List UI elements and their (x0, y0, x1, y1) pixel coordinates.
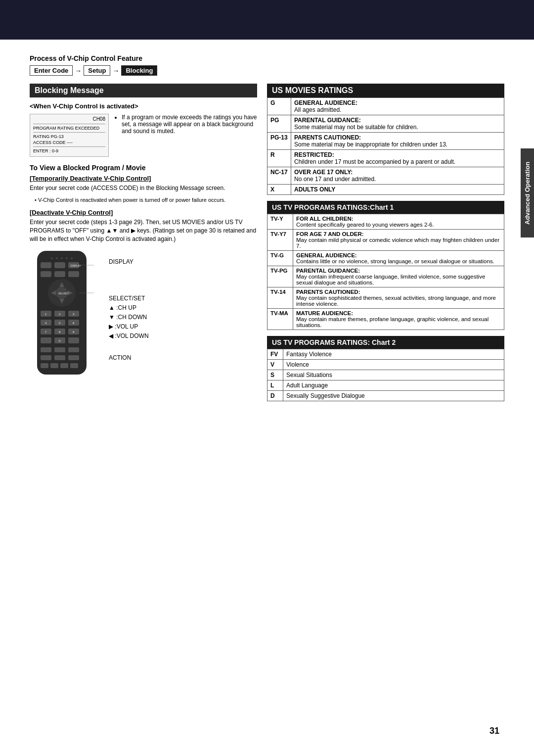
movie-rating-text: Children under 17 must be accompanied by… (294, 158, 455, 165)
us-movies-table: G GENERAL AUDIENCE: All ages admitted. P… (267, 97, 504, 195)
tv-rating-code: TV-MA (267, 309, 293, 330)
temp-deactivate-text: Enter your secret code (ACCESS CODE) in … (30, 184, 257, 192)
tv-rating-text: May contain sophisticated themes, sexual… (296, 295, 496, 307)
btn-tape3 (60, 363, 68, 368)
page-header (0, 0, 534, 40)
movie-rating-code: PG (267, 115, 291, 133)
tv-rating-chart1-row: TV-14 PARENTS CAUTIONED: May contain sop… (267, 287, 504, 309)
btn-tape1 (41, 363, 48, 368)
movie-rating-title: GENERAL AUDIENCE: (294, 99, 501, 106)
movie-rating-title: PARENTS CAUTIONED: (294, 134, 501, 141)
tv-ratings-chart2-tbody: FV Fantasy Violence V Violence S Sexual … (267, 349, 504, 401)
screen-line4: ENTER : 0-9 (33, 148, 105, 153)
btn-path (41, 271, 51, 277)
us-movies-row: G GENERAL AUDIENCE: All ages admitted. (267, 98, 504, 115)
tv-rating-chart2-row: D Sexually Suggestive Dialogue (267, 391, 504, 401)
tv-rating-desc: MATURE AUDIENCE: May contain mature them… (293, 309, 504, 330)
movie-rating-title: ADULTS ONLY (294, 186, 501, 193)
left-column: Blocking Message <When V-Chip Control is… (30, 84, 257, 378)
btn-aug4 (41, 355, 51, 360)
btn-misc2 (68, 337, 79, 343)
movie-rating-text: Some material may be inappropriate for c… (294, 141, 447, 148)
vchip-content: CH08 PROGRAM RATING EXCEEDED RATING PG-1… (30, 114, 257, 157)
us-movies-row: R RESTRICTED: Children under 17 must be … (267, 150, 504, 167)
label-display: DISPLAY (109, 258, 257, 265)
movie-rating-title: PARENTAL GUIDANCE: (294, 117, 501, 124)
screen-mockup: CH08 PROGRAM RATING EXCEEDED RATING PG-1… (30, 114, 109, 157)
temp-deactivate-title: [Temporarily Deactivate V-Chip Control] (30, 175, 257, 182)
movie-rating-desc: PARENTS CAUTIONED: Some material may be … (291, 133, 504, 150)
screen-line3: ACCESS CODE ---- (33, 140, 105, 145)
us-movies-row: PG PARENTAL GUIDANCE: Some material may … (267, 115, 504, 133)
tv2-rating-code: V (267, 360, 283, 370)
tv-rating-title: GENERAL AUDIENCE: (296, 252, 501, 258)
tv-rating-text: May contain mild physical or comedic vio… (296, 237, 499, 249)
flow-arrow-1: → (75, 67, 82, 75)
tv-rating-code: TV-14 (267, 287, 293, 309)
tv-rating-desc: GENERAL AUDIENCE: Contains little or no … (293, 251, 504, 266)
tv-rating-title: PARENTS CAUTIONED: (296, 289, 501, 295)
btn-display2 (68, 271, 79, 277)
movie-rating-code: NC-17 (267, 167, 291, 185)
btn-sleep (54, 271, 65, 277)
dpad-center-label: SEL/SET (58, 292, 69, 295)
remote-svg: DISPLAY SEL/SET (30, 248, 94, 377)
label-ch-up: ▲ :CH UP (109, 304, 257, 311)
label-select-set: SELECT/SET (109, 295, 257, 302)
us-movies-header: US MOVIES RATINGS (267, 84, 504, 97)
movie-rating-text: Some material may not be suitable for ch… (294, 124, 418, 131)
btn-aug3 (68, 347, 79, 352)
tv-rating-title: FOR AGE 7 AND OLDER: (296, 231, 501, 237)
tv-rating-title: FOR ALL CHILDREN: (296, 216, 501, 222)
tv-rating-code: TV-Y (267, 214, 293, 230)
movie-rating-code: G (267, 98, 291, 115)
movie-rating-title: OVER AGE 17 ONLY: (294, 169, 501, 176)
screen-divider-1 (33, 124, 105, 124)
right-column: US MOVIES RATINGS G GENERAL AUDIENCE: Al… (267, 84, 504, 401)
tv-rating-text: Content specifically geared to young vie… (296, 222, 434, 228)
tv2-rating-code: L (267, 380, 283, 391)
tv-rating-code: TV-PG (267, 266, 293, 287)
tv-rating-chart1-row: TV-G GENERAL AUDIENCE: Contains little o… (267, 251, 504, 266)
tv-rating-text: Contains little or no violence, strong l… (296, 258, 494, 264)
movie-rating-desc: GENERAL AUDIENCE: All ages admitted. (291, 98, 504, 115)
speaker-dot-1 (51, 257, 53, 259)
blocking-message-header: Blocking Message (30, 84, 257, 97)
btn-aug1 (41, 347, 51, 352)
us-movies-row: NC-17 OVER AGE 17 ONLY: No one 17 and un… (267, 167, 504, 185)
screen-line2: RATING PG-13 (33, 134, 105, 139)
flow-setup: Setup (84, 65, 110, 76)
to-view-title: To View a Blocked Program / Movie (30, 164, 257, 172)
btn-right-top (54, 262, 65, 268)
tv-rating-chart2-row: V Violence (267, 360, 504, 370)
us-tv-ratings-chart2-table: FV Fantasy Violence V Violence S Sexual … (267, 349, 504, 401)
tv-rating-chart2-row: L Adult Language (267, 380, 504, 391)
tv-rating-title: PARENTAL GUIDANCE: (296, 268, 501, 274)
tv-rating-text: May contain mature themes, profane langu… (296, 316, 489, 328)
movie-rating-code: PG-13 (267, 133, 291, 150)
tv-rating-desc: FOR ALL CHILDREN: Content specifically g… (293, 214, 504, 230)
label-vol-down: ◀ :VOL DOWN (109, 332, 257, 339)
tv-ratings-chart1-tbody: TV-Y FOR ALL CHILDREN: Content specifica… (267, 214, 504, 330)
page-number: 31 (490, 726, 499, 736)
flow-enter-code: Enter Code (30, 65, 73, 76)
btn-tape2 (50, 363, 58, 368)
label-vol-up: ▶ :VOL UP (109, 323, 257, 330)
btn-eject (41, 262, 51, 268)
process-flow: Enter Code → Setup → Blocking (30, 65, 504, 76)
tv-rating-desc: PARENTAL GUIDANCE: May contain infrequen… (293, 266, 504, 287)
screen-divider-2 (33, 132, 105, 133)
vchip-desc-text: If a program or movie exceeds the rating… (122, 114, 257, 135)
label-ch-down: ▼ :CH DOWN (109, 314, 257, 321)
flow-blocking: Blocking (121, 65, 157, 76)
btn-tape4 (70, 363, 78, 368)
flow-arrow-2: → (112, 67, 119, 75)
tv-rating-title: MATURE AUDIENCE: (296, 310, 501, 316)
btn-display-label: DISPLAY (71, 264, 81, 267)
movie-rating-desc: OVER AGE 17 ONLY: No one 17 and under ad… (291, 167, 504, 185)
us-tv-ratings-chart2-header: US TV PROGRAMS RATINGS: Chart 2 (267, 336, 504, 349)
btn-misc1 (41, 337, 51, 343)
process-section: Process of V-Chip Control Feature Enter … (30, 54, 504, 76)
screen-line1: PROGRAM RATING EXCEEDED (33, 126, 105, 131)
speaker-dot-5 (71, 257, 73, 259)
